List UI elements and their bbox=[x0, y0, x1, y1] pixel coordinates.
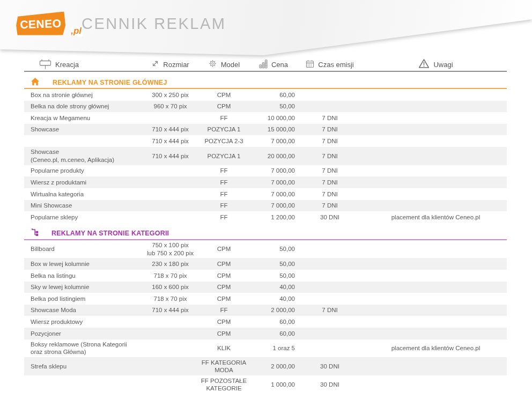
cell-model: CPM bbox=[196, 244, 252, 254]
table-row: Belka na dole strony głównej960 x 70 pix… bbox=[24, 101, 507, 113]
cell-czas: 30 DNI bbox=[295, 379, 365, 389]
table-row: Strefa sklepuFF KATEGORIA MODA2 000,0030… bbox=[24, 357, 507, 375]
cell-kreacja: Box w lewej kolumnie bbox=[24, 259, 145, 269]
cell-cena: 10 000,00 bbox=[252, 113, 295, 123]
column-header-model: Model bbox=[196, 59, 252, 70]
section-strona-kategorii: REKLAMY NA STRONIE KATEGORII Billboard75… bbox=[24, 228, 507, 394]
cell-rozmiar bbox=[145, 216, 196, 218]
cell-rozmiar bbox=[145, 347, 196, 350]
column-label: Model bbox=[221, 61, 240, 69]
column-header-cena: Cena bbox=[252, 59, 295, 70]
cell-rozmiar bbox=[145, 169, 196, 172]
cell-kreacja: Showcase (Ceneo.pl, m.ceneo, Aplikacja) bbox=[24, 147, 145, 165]
table-row: Belka na listingu718 x 70 pixCPM50,00 bbox=[24, 270, 507, 282]
price-table: Kreacja Rozmiar Model bbox=[24, 58, 507, 394]
page-title: CENNIK REKLAM bbox=[82, 15, 226, 33]
cell-czas: 7 DNI bbox=[295, 136, 365, 146]
cell-rozmiar bbox=[145, 332, 196, 335]
cell-cena: 7 000,00 bbox=[252, 166, 295, 176]
cell-model: FF bbox=[196, 201, 252, 211]
cell-cena: 50,00 bbox=[252, 270, 295, 280]
cell-kreacja: Box na stronie głównej bbox=[24, 90, 145, 100]
cell-model: CPM bbox=[196, 90, 252, 100]
cell-kreacja: Billboard bbox=[24, 244, 145, 254]
cell-cena: 1 oraz 5 bbox=[252, 343, 295, 353]
cell-cena: 50,00 bbox=[252, 244, 295, 254]
cell-kreacja: Popularne sklepy bbox=[24, 212, 145, 222]
cell-czas: 7 DNI bbox=[295, 113, 365, 123]
table-row: Wiersz produktowyCPM60,00 bbox=[24, 316, 507, 328]
cell-rozmiar bbox=[145, 193, 196, 195]
cell-czas: 7 DNI bbox=[295, 166, 365, 176]
cell-model: CPM bbox=[196, 101, 252, 112]
cell-rozmiar: 710 x 444 pix bbox=[145, 305, 196, 315]
cell-model: FF bbox=[196, 177, 252, 187]
column-label: Cena bbox=[271, 61, 288, 69]
coins-icon bbox=[259, 59, 268, 70]
billboard-icon bbox=[39, 58, 51, 71]
cell-czas: 7 DNI bbox=[295, 189, 365, 199]
cell-kreacja: Mini Showcase bbox=[24, 201, 145, 211]
cell-cena: 40,00 bbox=[252, 293, 295, 304]
table-row: Box w lewej kolumnie230 x 180 pixCPM50,0… bbox=[24, 258, 507, 270]
cell-uwagi bbox=[365, 298, 507, 300]
cell-kreacja: Boksy reklamowe (Strona Kategorii oraz s… bbox=[24, 339, 145, 358]
cell-uwagi: placement dla klientów Ceneo.pl bbox=[365, 212, 507, 222]
cell-model: FF bbox=[196, 166, 252, 176]
table-row: Showcase710 x 444 pixPOZYCJA 115 000,007… bbox=[24, 124, 507, 136]
home-icon bbox=[31, 77, 40, 88]
cell-czas: 7 DNI bbox=[295, 151, 365, 161]
cell-uwagi bbox=[365, 332, 507, 335]
cell-uwagi bbox=[365, 128, 507, 131]
cell-rozmiar: 300 x 250 pix bbox=[145, 90, 196, 100]
ceneo-logo: CENEO ,pl bbox=[16, 11, 80, 37]
cell-cena: 20 000,00 bbox=[252, 151, 295, 161]
cell-rozmiar bbox=[145, 181, 196, 184]
table-row: Box na stronie głównej300 x 250 pixCPM60… bbox=[24, 89, 507, 101]
cell-model: FF bbox=[196, 305, 252, 315]
cell-uwagi bbox=[365, 274, 507, 277]
cell-model: FF bbox=[196, 189, 252, 199]
cell-kreacja: Pozycjoner bbox=[24, 328, 145, 338]
ceneo-logo-badge: CENEO bbox=[16, 11, 65, 36]
cell-czas bbox=[295, 332, 365, 335]
section-header: REKLAMY NA STRONIE KATEGORII bbox=[24, 228, 507, 240]
cell-cena: 7 000,00 bbox=[252, 201, 295, 211]
cell-kreacja: Showcase Moda bbox=[24, 305, 145, 315]
cell-cena: 50,00 bbox=[252, 259, 295, 269]
cell-cena: 15 000,00 bbox=[252, 124, 295, 135]
pricing-page: CENEO ,pl CENNIK REKLAM Kreacja bbox=[0, 0, 532, 399]
cell-model: POZYCJA 1 bbox=[196, 151, 252, 161]
cell-uwagi bbox=[365, 169, 507, 172]
cell-model: CPM bbox=[196, 282, 252, 292]
cell-uwagi bbox=[365, 193, 507, 195]
cell-cena: 7 000,00 bbox=[252, 136, 295, 146]
cell-uwagi bbox=[365, 365, 507, 368]
cell-czas: 30 DNI bbox=[295, 361, 365, 372]
column-header-uwagi: Uwagi bbox=[365, 58, 507, 70]
cell-kreacja bbox=[24, 383, 145, 386]
table-row: PozycjonerCPM60,00 bbox=[24, 328, 507, 339]
cell-model: CPM bbox=[196, 328, 252, 338]
table-row: Mini ShowcaseFF7 000,007 DNI bbox=[24, 200, 507, 212]
cell-rozmiar: 750 x 100 pix lub 750 x 200 pix bbox=[145, 240, 196, 258]
column-header-rozmiar: Rozmiar bbox=[145, 60, 196, 69]
cell-rozmiar: 710 x 444 pix bbox=[145, 151, 196, 161]
cell-kreacja: Kreacja w Megamenu bbox=[24, 113, 145, 123]
cell-cena: 60,00 bbox=[252, 317, 295, 327]
cell-kreacja: Belka na listingu bbox=[24, 270, 145, 280]
table-row: Wiersz z produktamiFF7 000,007 DNI bbox=[24, 176, 507, 188]
table-row: Billboard750 x 100 pix lub 750 x 200 pix… bbox=[24, 240, 507, 258]
cell-czas bbox=[295, 274, 365, 277]
cell-kreacja: Wiersz produktowy bbox=[24, 317, 145, 327]
cell-rozmiar: 718 x 70 pix bbox=[145, 270, 196, 280]
ceneo-logo-text: CENEO bbox=[20, 17, 62, 32]
cell-uwagi bbox=[365, 248, 507, 250]
table-row: Sky w lewej kolumnie160 x 600 pixCPM40,0… bbox=[24, 282, 507, 293]
cell-czas bbox=[295, 298, 365, 300]
cell-cena: 7 000,00 bbox=[252, 177, 295, 187]
cell-cena: 50,00 bbox=[252, 101, 295, 112]
cell-kreacja: Wiersz z produktami bbox=[24, 177, 145, 187]
table-row: Belka pod listingiem718 x 70 pixCPM40,00 bbox=[24, 293, 507, 305]
cell-czas bbox=[295, 321, 365, 323]
